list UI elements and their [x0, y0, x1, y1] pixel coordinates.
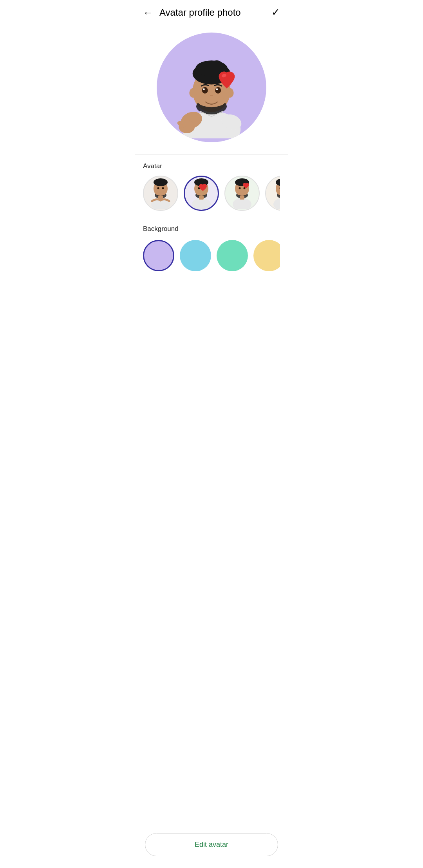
background-section-label: Background: [143, 225, 280, 233]
avatar-preview-container: [135, 25, 288, 154]
svg-point-18: [177, 121, 183, 125]
svg-point-37: [192, 198, 211, 209]
pose-item-3[interactable]: [224, 176, 260, 211]
svg-point-44: [239, 187, 241, 189]
svg-point-25: [155, 191, 166, 196]
svg-point-6: [189, 88, 197, 98]
svg-point-43: [237, 191, 247, 196]
color-item-lavender[interactable]: [143, 240, 174, 271]
avatar-section-label: Avatar: [143, 162, 280, 170]
color-item-light-blue[interactable]: [180, 240, 211, 271]
svg-point-49: [276, 178, 280, 186]
confirm-button[interactable]: ✓: [271, 6, 280, 18]
avatar-section: Avatar: [135, 154, 288, 217]
svg-point-11: [216, 88, 218, 90]
svg-point-9: [215, 87, 221, 94]
svg-point-55: [273, 198, 280, 209]
poses-row: [143, 176, 280, 213]
svg-point-27: [162, 187, 164, 189]
color-item-mint[interactable]: [217, 240, 248, 271]
svg-point-10: [203, 88, 205, 90]
avatar-preview-svg: [161, 36, 262, 138]
pose-item-4[interactable]: [265, 176, 280, 211]
pose-item-2[interactable]: [184, 176, 219, 211]
colors-row: [143, 238, 280, 274]
background-section: Background: [135, 217, 288, 278]
svg-rect-47: [240, 196, 244, 200]
pose-item-1[interactable]: [143, 176, 178, 211]
svg-point-7: [226, 88, 234, 98]
page-header: ← Avatar profile photo ✓: [135, 0, 288, 25]
svg-rect-38: [199, 196, 204, 200]
page-title: Avatar profile photo: [159, 7, 271, 18]
svg-point-26: [157, 187, 159, 189]
avatar-preview-circle: [157, 33, 266, 142]
back-button[interactable]: ←: [143, 7, 153, 18]
color-item-yellow[interactable]: [253, 240, 280, 271]
svg-point-8: [202, 87, 208, 94]
svg-point-14: [198, 95, 226, 107]
svg-point-34: [196, 191, 206, 196]
svg-point-46: [233, 198, 251, 209]
